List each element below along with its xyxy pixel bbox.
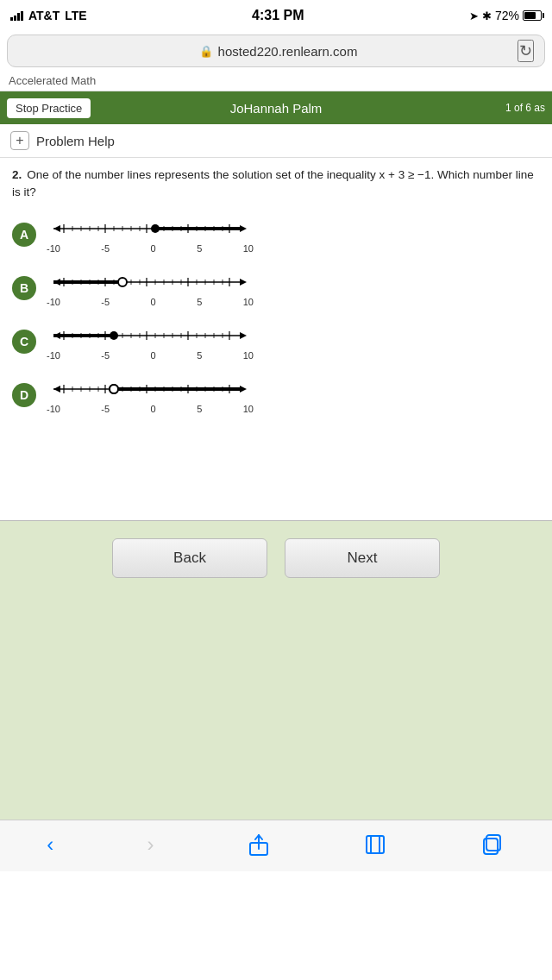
next-button[interactable]: Next bbox=[285, 538, 440, 578]
option-c-label: C bbox=[12, 330, 36, 354]
battery-percent: 72% bbox=[495, 9, 519, 22]
option-c-row[interactable]: C bbox=[12, 323, 540, 361]
network-label: LTE bbox=[65, 9, 86, 22]
svg-point-51 bbox=[118, 278, 127, 286]
option-b-labels: -10 -5 0 5 10 bbox=[47, 297, 254, 307]
svg-point-77 bbox=[110, 331, 118, 340]
bluetooth-icon: ✱ bbox=[482, 9, 492, 22]
option-d-number-line: -10 -5 0 5 10 bbox=[47, 376, 254, 414]
option-c-number-line: -10 -5 0 5 10 bbox=[47, 323, 254, 361]
svg-marker-79 bbox=[53, 386, 60, 393]
header-progress: 1 of 6 as bbox=[505, 102, 545, 114]
bottom-spacer bbox=[0, 595, 552, 820]
battery-icon bbox=[523, 10, 542, 21]
option-a-number-line: -10 -5 0 5 10 bbox=[47, 216, 254, 254]
svg-marker-1 bbox=[53, 225, 60, 232]
option-a-labels: -10 -5 0 5 10 bbox=[47, 243, 254, 254]
back-nav-button[interactable]: ‹ bbox=[40, 826, 60, 864]
forward-nav-icon: › bbox=[147, 832, 154, 857]
browser-url: 🔒 hosted220.renlearn.com bbox=[39, 44, 518, 59]
option-a-label: A bbox=[12, 223, 36, 247]
svg-rect-107 bbox=[367, 836, 384, 853]
green-header: Stop Practice JoHannah Palm 1 of 6 as bbox=[0, 91, 552, 124]
option-d-labels: -10 -5 0 5 10 bbox=[47, 404, 254, 414]
reload-button[interactable]: ↻ bbox=[518, 40, 534, 62]
status-right: ➤ ✱ 72% bbox=[469, 9, 542, 22]
tabs-icon bbox=[481, 832, 505, 858]
ios-toolbar: ‹ › bbox=[0, 820, 552, 871]
option-d-label: D bbox=[12, 383, 36, 407]
option-b-label: B bbox=[12, 276, 36, 300]
location-icon: ➤ bbox=[469, 9, 479, 22]
svg-marker-54 bbox=[240, 332, 247, 339]
share-button[interactable] bbox=[241, 825, 277, 864]
status-bar: AT&T LTE 4:31 PM ➤ ✱ 72% bbox=[0, 0, 552, 31]
main-content: 2.One of the number lines represents the… bbox=[0, 158, 552, 520]
plus-button[interactable]: + bbox=[10, 131, 29, 150]
browser-bar[interactable]: 🔒 hosted220.renlearn.com ↻ bbox=[7, 35, 545, 67]
app-label: Accelerated Math bbox=[0, 71, 552, 91]
bookmarks-button[interactable] bbox=[356, 825, 394, 864]
option-d-row[interactable]: D bbox=[12, 376, 540, 414]
stop-practice-button[interactable]: Stop Practice bbox=[7, 98, 91, 118]
option-c-labels: -10 -5 0 5 10 bbox=[47, 350, 254, 361]
option-a-row[interactable]: A bbox=[12, 216, 540, 254]
status-carrier: AT&T LTE bbox=[10, 9, 87, 22]
bookmarks-icon bbox=[363, 832, 387, 858]
question-body: One of the number lines represents the s… bbox=[12, 168, 534, 198]
svg-marker-28 bbox=[240, 279, 247, 286]
back-nav-icon: ‹ bbox=[47, 832, 53, 857]
header-username: JoHannah Palm bbox=[230, 101, 323, 116]
option-b-row[interactable]: B bbox=[12, 269, 540, 307]
signal-icon bbox=[10, 11, 23, 21]
question-number: 2. bbox=[12, 168, 22, 181]
forward-nav-button[interactable]: › bbox=[141, 826, 161, 864]
bottom-area: Back Next bbox=[0, 520, 552, 595]
problem-help-bar: + Problem Help bbox=[0, 124, 552, 158]
problem-help-label: Problem Help bbox=[36, 134, 115, 148]
carrier-label: AT&T bbox=[28, 9, 60, 22]
svg-point-104 bbox=[110, 385, 118, 393]
url-text: hosted220.renlearn.com bbox=[218, 44, 358, 59]
option-b-number-line: -10 -5 0 5 10 bbox=[47, 269, 254, 307]
back-button[interactable]: Back bbox=[112, 538, 267, 578]
app-label-text: Accelerated Math bbox=[9, 74, 96, 87]
question-text: 2.One of the number lines represents the… bbox=[12, 166, 540, 202]
lock-icon: 🔒 bbox=[199, 45, 213, 58]
tabs-button[interactable] bbox=[474, 825, 512, 864]
share-icon bbox=[248, 832, 270, 858]
status-time: 4:31 PM bbox=[252, 8, 304, 23]
